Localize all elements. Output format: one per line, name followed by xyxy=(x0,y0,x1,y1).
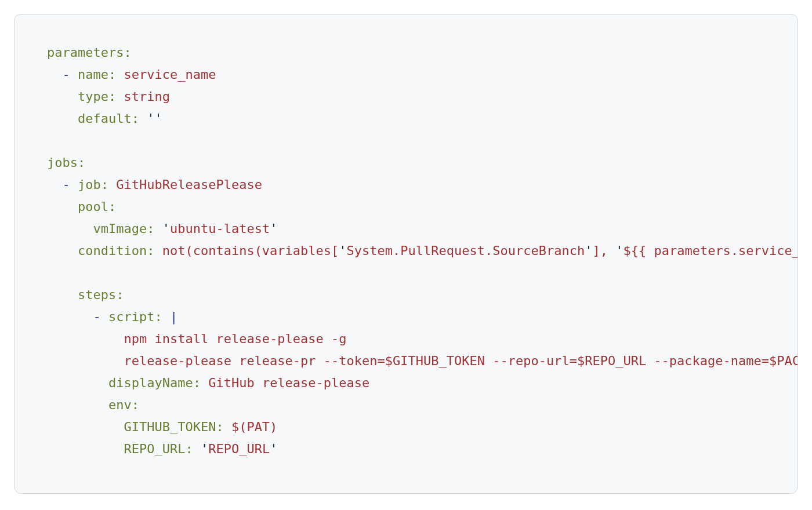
token: env: xyxy=(108,398,139,412)
token: ], xyxy=(592,243,615,258)
token: REPO_URL: xyxy=(124,442,193,456)
token: displayName: xyxy=(108,376,201,390)
token: ' xyxy=(585,243,592,258)
token xyxy=(47,287,78,302)
token: string xyxy=(124,89,169,104)
token: ' xyxy=(201,442,208,456)
token: '' xyxy=(147,111,162,126)
token xyxy=(162,309,170,324)
token xyxy=(47,89,78,104)
token xyxy=(47,177,63,192)
token: - xyxy=(93,309,100,324)
token: name: xyxy=(78,67,116,82)
token: not(contains(variables[ xyxy=(162,243,339,258)
token: job: xyxy=(78,177,108,192)
token: GitHub release-please xyxy=(208,376,369,390)
token xyxy=(47,420,124,434)
token: ubuntu-latest xyxy=(170,221,270,236)
token: ' xyxy=(270,221,277,236)
token: - xyxy=(63,67,70,82)
token xyxy=(101,309,108,324)
token xyxy=(47,354,124,368)
token: steps: xyxy=(78,287,124,302)
token xyxy=(47,332,124,346)
code-block[interactable]: parameters: - name: service_name type: s… xyxy=(14,14,798,494)
token xyxy=(70,67,78,82)
token: System.PullRequest.SourceBranch xyxy=(347,243,585,258)
token: vmImage: xyxy=(93,221,154,236)
token xyxy=(47,221,93,236)
token: release-please release-pr --token=$GITHU… xyxy=(124,354,798,368)
token xyxy=(193,442,201,456)
token: ' xyxy=(162,221,170,236)
token xyxy=(139,111,147,126)
token xyxy=(70,177,78,192)
token xyxy=(154,243,162,258)
token: service_name xyxy=(124,67,216,82)
token xyxy=(47,376,108,390)
token: npm install release-please -g xyxy=(124,332,346,346)
token: type: xyxy=(78,89,116,104)
token: $(PAT) xyxy=(231,420,277,434)
token xyxy=(47,243,78,258)
token xyxy=(47,111,78,126)
token: jobs: xyxy=(47,155,85,170)
token: ${{ parameters.service_name }} xyxy=(623,243,798,258)
token xyxy=(47,67,63,82)
token: ' xyxy=(339,243,346,258)
token: pool: xyxy=(78,199,116,214)
token: parameters: xyxy=(47,45,132,60)
token: REPO_URL xyxy=(208,442,270,456)
token: GITHUB_TOKEN: xyxy=(124,420,223,434)
token xyxy=(47,309,93,324)
token xyxy=(47,442,124,456)
token: GitHubReleasePlease xyxy=(116,177,262,192)
token xyxy=(108,177,116,192)
token: ' xyxy=(270,442,277,456)
yaml-code: parameters: - name: service_name type: s… xyxy=(47,45,798,456)
token xyxy=(201,376,208,390)
token xyxy=(47,398,108,412)
token: default: xyxy=(78,111,139,126)
token xyxy=(116,67,124,82)
token xyxy=(47,199,78,214)
token: - xyxy=(63,177,70,192)
token: | xyxy=(170,309,177,324)
token xyxy=(116,89,124,104)
token xyxy=(154,221,162,236)
token: ' xyxy=(615,243,623,258)
token: condition: xyxy=(78,243,154,258)
token: script: xyxy=(108,309,162,324)
token xyxy=(224,420,231,434)
